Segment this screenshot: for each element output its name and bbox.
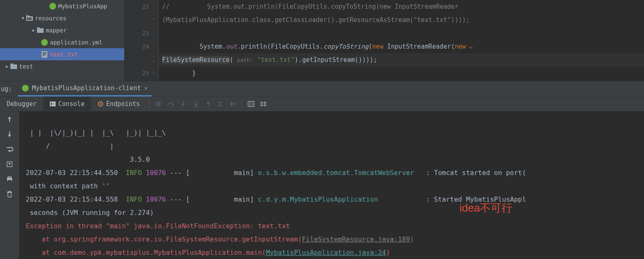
tree-label: MybatisPlusApp bbox=[58, 3, 107, 10]
folder-icon bbox=[10, 64, 17, 69]
tree-item-resources[interactable]: ▼ resources bbox=[0, 12, 124, 24]
svg-rect-3 bbox=[29, 17, 30, 20]
console-gutter bbox=[0, 111, 19, 259]
console-icon bbox=[50, 101, 56, 106]
yml-icon bbox=[41, 39, 48, 46]
debug-panel-title: ug: bbox=[0, 85, 18, 93]
svg-rect-9 bbox=[43, 54, 46, 54]
svg-rect-50 bbox=[8, 192, 11, 197]
svg-marker-43 bbox=[8, 135, 11, 137]
svg-marker-28 bbox=[221, 101, 223, 103]
chevron-right-icon[interactable]: ▶ bbox=[4, 64, 10, 69]
chevron-right-icon[interactable]: ▶ bbox=[31, 28, 37, 32]
evaluate-expression-icon[interactable] bbox=[245, 98, 257, 110]
drop-frame-icon[interactable] bbox=[214, 98, 227, 110]
tree-label: application.yml bbox=[50, 39, 102, 46]
svg-rect-4 bbox=[30, 17, 32, 20]
svg-marker-24 bbox=[194, 104, 197, 106]
svg-marker-27 bbox=[206, 101, 210, 104]
code-text: // System.out.println(FileCopyUtils.copy… bbox=[162, 3, 458, 10]
fold-icon[interactable]: ⌄ bbox=[152, 57, 155, 63]
class-icon bbox=[49, 3, 57, 10]
scroll-to-end-icon[interactable] bbox=[4, 159, 15, 170]
editor-gutter: 22 ⌃ 23 24 ⌄ 25⌃ bbox=[125, 0, 159, 81]
debug-toolbar: Debugger Console Endpoints bbox=[0, 96, 644, 111]
scroll-up-icon[interactable] bbox=[4, 114, 15, 125]
tree-item-application-yml[interactable]: application.yml bbox=[0, 36, 124, 48]
svg-rect-7 bbox=[42, 51, 47, 58]
tab-endpoints[interactable]: Endpoints bbox=[91, 96, 146, 111]
print-icon[interactable] bbox=[4, 174, 15, 185]
stacktrace-link[interactable]: MybatisPlusApplication.java:24 bbox=[266, 249, 386, 257]
svg-rect-2 bbox=[27, 17, 28, 20]
scroll-down-icon[interactable] bbox=[4, 129, 15, 140]
clear-all-icon[interactable] bbox=[4, 189, 15, 200]
svg-rect-31 bbox=[248, 101, 254, 106]
tree-label: mapper bbox=[46, 27, 67, 34]
line-number: 25 bbox=[142, 70, 149, 76]
annotation-overlay: idea不可行 bbox=[460, 201, 512, 215]
tree-item-test[interactable]: ▶ test bbox=[0, 60, 124, 72]
svg-rect-48 bbox=[8, 177, 11, 178]
line-number: 24 bbox=[142, 43, 149, 50]
chevron-down-icon[interactable]: ▼ bbox=[20, 16, 26, 20]
tree-label: text.txt bbox=[50, 51, 78, 58]
tree-item-class[interactable]: MybatisPlusApp bbox=[0, 0, 124, 12]
stacktrace-link[interactable]: FileSystemResource.java:189 bbox=[302, 235, 410, 243]
console-output[interactable]: | | |\/|_)(_| | |_\ |_)| |_|_\ / | 3.5.0… bbox=[19, 111, 644, 259]
svg-marker-44 bbox=[8, 150, 10, 152]
code-text: } bbox=[162, 69, 196, 77]
show-execution-point-icon[interactable] bbox=[152, 98, 165, 110]
trace-current-stream-icon[interactable] bbox=[257, 98, 270, 110]
svg-marker-41 bbox=[8, 116, 11, 119]
line-number: 22 bbox=[142, 3, 149, 10]
spring-icon bbox=[22, 85, 29, 91]
text-file-icon bbox=[41, 51, 48, 58]
step-over-icon[interactable] bbox=[165, 98, 177, 110]
fold-icon[interactable]: ⌃ bbox=[152, 70, 155, 76]
line-number: 23 bbox=[142, 30, 149, 37]
endpoints-icon bbox=[98, 101, 103, 107]
run-config-name: MybatisPlusApplication-client bbox=[32, 84, 141, 92]
step-into-icon[interactable] bbox=[177, 98, 189, 110]
svg-rect-49 bbox=[8, 180, 11, 182]
tree-item-mapper[interactable]: ▶ mapper bbox=[0, 24, 124, 36]
soft-wrap-icon[interactable] bbox=[4, 144, 15, 155]
svg-rect-6 bbox=[37, 27, 40, 29]
code-editor[interactable]: 22 ⌃ 23 24 ⌄ 25⌃ // System.out.println(F… bbox=[125, 0, 644, 81]
svg-rect-8 bbox=[43, 52, 46, 53]
tree-item-text-txt[interactable]: text.txt bbox=[0, 48, 124, 60]
code-text: (MybatisPlusApplication.class.getClassLo… bbox=[162, 16, 470, 24]
run-config-tab[interactable]: MybatisPlusApplication-client × bbox=[18, 81, 152, 96]
fold-icon[interactable]: ⌃ bbox=[152, 17, 155, 23]
force-step-into-icon[interactable] bbox=[189, 98, 202, 110]
tree-label: test bbox=[19, 63, 33, 70]
step-out-icon[interactable] bbox=[202, 98, 214, 110]
debug-tool-window: ug: MybatisPlusApplication-client × Debu… bbox=[0, 81, 644, 259]
close-icon[interactable]: × bbox=[144, 85, 147, 91]
run-config-tabs: ug: MybatisPlusApplication-client × bbox=[0, 81, 644, 96]
project-tree[interactable]: MybatisPlusApp ▼ resources ▶ mapper appl… bbox=[0, 0, 125, 81]
svg-marker-46 bbox=[8, 163, 11, 165]
code-highlight: FileSystemResource bbox=[162, 56, 230, 64]
svg-marker-22 bbox=[182, 104, 185, 106]
folder-icon bbox=[37, 27, 44, 33]
svg-marker-29 bbox=[231, 101, 234, 106]
run-to-cursor-icon[interactable] bbox=[227, 98, 239, 110]
svg-rect-12 bbox=[10, 64, 13, 65]
resources-folder-icon bbox=[26, 15, 33, 21]
code-pane[interactable]: // System.out.println(FileCopyUtils.copy… bbox=[159, 0, 644, 81]
tree-label: resources bbox=[35, 15, 66, 22]
svg-rect-10 bbox=[43, 55, 45, 56]
svg-point-16 bbox=[100, 103, 101, 104]
tab-debugger[interactable]: Debugger bbox=[0, 96, 43, 111]
svg-rect-1 bbox=[26, 15, 29, 17]
tab-console[interactable]: Console bbox=[43, 96, 91, 111]
